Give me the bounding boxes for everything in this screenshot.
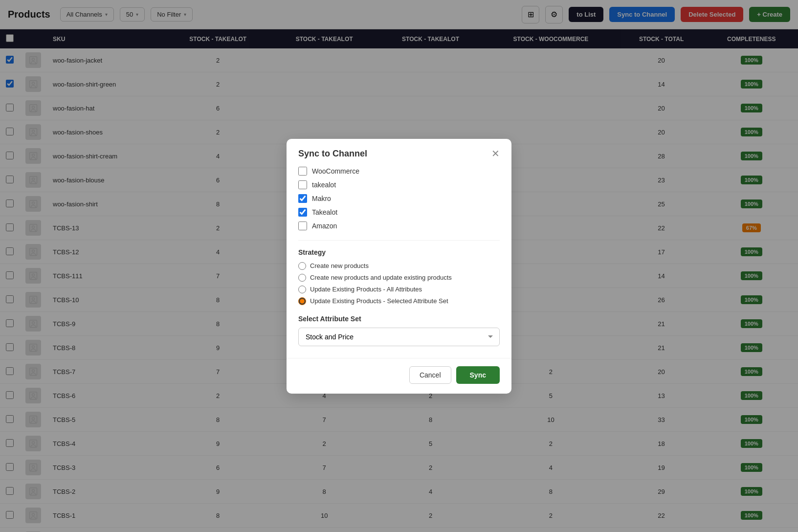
close-modal-button[interactable]: ✕ — [491, 149, 500, 158]
channel-item-woocommerce: WooCommerce — [298, 167, 500, 176]
strategy-radio-update_all[interactable] — [298, 286, 306, 293]
channel-item-amazon: Amazon — [298, 222, 500, 230]
channel-list: WooCommercetakealotMakroTakealotAmazon — [298, 167, 500, 230]
channel-label-woocommerce: WooCommerce — [312, 167, 359, 175]
channel-checkbox-takealot[interactable] — [298, 180, 307, 189]
attr-set-dropdown[interactable]: Stock and Price — [298, 328, 500, 346]
strategy-label-update_selected: Update Existing Products - Selected Attr… — [310, 297, 448, 305]
channel-item-takealot2: Takealot — [298, 208, 500, 217]
strategy-item-update_selected: Update Existing Products - Selected Attr… — [298, 297, 500, 305]
channel-label-amazon: Amazon — [312, 222, 337, 230]
channel-checkbox-takealot2[interactable] — [298, 208, 307, 217]
attr-set-label: Select Attribute Set — [298, 315, 500, 323]
strategy-item-create_update: Create new products and update existing … — [298, 274, 500, 282]
channel-label-takealot2: Takealot — [312, 208, 337, 216]
strategy-item-create_new: Create new products — [298, 262, 500, 270]
sync-channel-modal: Sync to Channel ✕ WooCommercetakealotMak… — [287, 139, 511, 394]
strategy-radio-update_selected[interactable] — [298, 297, 306, 305]
strategy-section-label: Strategy — [298, 248, 500, 256]
channel-label-takealot: takealot — [312, 181, 336, 189]
strategy-label-create_new: Create new products — [310, 262, 369, 269]
sync-button[interactable]: Sync — [456, 366, 500, 384]
channel-checkbox-makro[interactable] — [298, 194, 307, 203]
channel-checkbox-woocommerce[interactable] — [298, 167, 307, 176]
channel-item-makro: Makro — [298, 194, 500, 203]
cancel-button[interactable]: Cancel — [409, 366, 451, 384]
strategy-radio-create_new[interactable] — [298, 262, 306, 270]
strategy-label-create_update: Create new products and update existing … — [310, 274, 452, 281]
modal-overlay: Sync to Channel ✕ WooCommercetakealotMak… — [0, 0, 798, 532]
modal-header: Sync to Channel ✕ — [287, 139, 511, 167]
modal-body: WooCommercetakealotMakroTakealotAmazon S… — [287, 167, 511, 354]
strategy-item-update_all: Update Existing Products - All Attribute… — [298, 286, 500, 293]
modal-footer: Cancel Sync — [287, 358, 511, 394]
channel-label-makro: Makro — [312, 195, 331, 202]
channel-checkbox-amazon[interactable] — [298, 222, 307, 230]
strategy-label-update_all: Update Existing Products - All Attribute… — [310, 286, 422, 293]
strategy-list: Create new productsCreate new products a… — [298, 262, 500, 305]
strategy-radio-create_update[interactable] — [298, 274, 306, 282]
channel-item-takealot: takealot — [298, 180, 500, 189]
modal-title: Sync to Channel — [298, 149, 367, 159]
